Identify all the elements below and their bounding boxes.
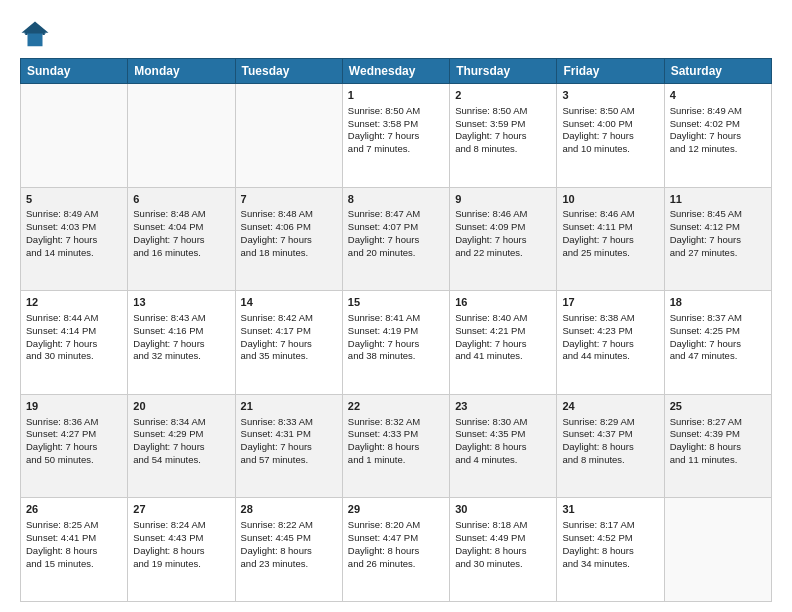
day-info-line: Daylight: 7 hours — [133, 338, 229, 351]
day-info-line: Daylight: 7 hours — [455, 130, 551, 143]
calendar-cell: 1Sunrise: 8:50 AMSunset: 3:58 PMDaylight… — [342, 84, 449, 188]
day-info-line: Sunset: 4:31 PM — [241, 428, 337, 441]
day-info-line: Sunrise: 8:34 AM — [133, 416, 229, 429]
day-number: 18 — [670, 295, 766, 310]
weekday-header-friday: Friday — [557, 59, 664, 84]
calendar-cell: 30Sunrise: 8:18 AMSunset: 4:49 PMDayligh… — [450, 498, 557, 602]
day-number: 16 — [455, 295, 551, 310]
day-info-line: and 8 minutes. — [455, 143, 551, 156]
calendar-cell: 3Sunrise: 8:50 AMSunset: 4:00 PMDaylight… — [557, 84, 664, 188]
calendar-cell — [21, 84, 128, 188]
day-info-line: Sunrise: 8:50 AM — [455, 105, 551, 118]
calendar-cell: 12Sunrise: 8:44 AMSunset: 4:14 PMDayligh… — [21, 291, 128, 395]
day-info-line: Sunrise: 8:42 AM — [241, 312, 337, 325]
calendar-cell: 29Sunrise: 8:20 AMSunset: 4:47 PMDayligh… — [342, 498, 449, 602]
day-info-line: Sunrise: 8:41 AM — [348, 312, 444, 325]
day-number: 10 — [562, 192, 658, 207]
day-info-line: Sunrise: 8:44 AM — [26, 312, 122, 325]
day-info-line: Sunrise: 8:47 AM — [348, 208, 444, 221]
day-info-line: Daylight: 7 hours — [670, 130, 766, 143]
day-info-line: Sunrise: 8:50 AM — [348, 105, 444, 118]
day-info-line: Sunset: 4:25 PM — [670, 325, 766, 338]
day-info-line: Sunset: 4:17 PM — [241, 325, 337, 338]
day-info-line: Sunrise: 8:48 AM — [133, 208, 229, 221]
day-info-line: Sunset: 4:19 PM — [348, 325, 444, 338]
day-number: 6 — [133, 192, 229, 207]
day-info-line: Daylight: 8 hours — [670, 441, 766, 454]
day-info-line: Sunset: 4:23 PM — [562, 325, 658, 338]
day-info-line: Sunset: 4:06 PM — [241, 221, 337, 234]
day-info-line: and 15 minutes. — [26, 558, 122, 571]
calendar-cell: 2Sunrise: 8:50 AMSunset: 3:59 PMDaylight… — [450, 84, 557, 188]
day-number: 17 — [562, 295, 658, 310]
calendar-cell: 19Sunrise: 8:36 AMSunset: 4:27 PMDayligh… — [21, 394, 128, 498]
calendar-cell: 22Sunrise: 8:32 AMSunset: 4:33 PMDayligh… — [342, 394, 449, 498]
day-number: 27 — [133, 502, 229, 517]
day-info-line: and 27 minutes. — [670, 247, 766, 260]
day-info-line: Sunrise: 8:24 AM — [133, 519, 229, 532]
day-info-line: Daylight: 8 hours — [455, 545, 551, 558]
day-number: 29 — [348, 502, 444, 517]
day-info-line: Sunset: 4:07 PM — [348, 221, 444, 234]
day-number: 19 — [26, 399, 122, 414]
day-number: 28 — [241, 502, 337, 517]
day-info-line: Sunrise: 8:22 AM — [241, 519, 337, 532]
day-info-line: and 19 minutes. — [133, 558, 229, 571]
day-info-line: Daylight: 7 hours — [133, 234, 229, 247]
calendar-cell: 26Sunrise: 8:25 AMSunset: 4:41 PMDayligh… — [21, 498, 128, 602]
calendar-cell: 21Sunrise: 8:33 AMSunset: 4:31 PMDayligh… — [235, 394, 342, 498]
day-number: 2 — [455, 88, 551, 103]
day-info-line: Sunrise: 8:33 AM — [241, 416, 337, 429]
day-info-line: Sunrise: 8:37 AM — [670, 312, 766, 325]
day-info-line: and 1 minute. — [348, 454, 444, 467]
day-info-line: Daylight: 7 hours — [670, 234, 766, 247]
day-info-line: Daylight: 7 hours — [241, 234, 337, 247]
day-number: 15 — [348, 295, 444, 310]
svg-marker-1 — [22, 22, 49, 36]
day-info-line: and 57 minutes. — [241, 454, 337, 467]
day-info-line: Daylight: 7 hours — [133, 441, 229, 454]
day-number: 23 — [455, 399, 551, 414]
day-info-line: Sunrise: 8:29 AM — [562, 416, 658, 429]
day-info-line: Daylight: 8 hours — [133, 545, 229, 558]
day-info-line: Daylight: 7 hours — [670, 338, 766, 351]
day-info-line: and 18 minutes. — [241, 247, 337, 260]
day-info-line: Sunrise: 8:18 AM — [455, 519, 551, 532]
calendar-cell: 18Sunrise: 8:37 AMSunset: 4:25 PMDayligh… — [664, 291, 771, 395]
day-number: 11 — [670, 192, 766, 207]
day-info-line: Sunset: 4:00 PM — [562, 118, 658, 131]
day-info-line: and 47 minutes. — [670, 350, 766, 363]
day-info-line: and 54 minutes. — [133, 454, 229, 467]
day-info-line: Daylight: 7 hours — [562, 338, 658, 351]
day-info-line: Daylight: 7 hours — [455, 338, 551, 351]
calendar-cell: 16Sunrise: 8:40 AMSunset: 4:21 PMDayligh… — [450, 291, 557, 395]
day-info-line: Daylight: 7 hours — [26, 234, 122, 247]
day-info-line: Sunset: 4:52 PM — [562, 532, 658, 545]
logo-icon — [20, 20, 50, 50]
day-info-line: Daylight: 7 hours — [26, 338, 122, 351]
day-number: 12 — [26, 295, 122, 310]
calendar-cell: 11Sunrise: 8:45 AMSunset: 4:12 PMDayligh… — [664, 187, 771, 291]
day-info-line: Daylight: 7 hours — [241, 338, 337, 351]
day-info-line: and 34 minutes. — [562, 558, 658, 571]
day-info-line: and 22 minutes. — [455, 247, 551, 260]
day-info-line: Sunrise: 8:46 AM — [455, 208, 551, 221]
day-number: 4 — [670, 88, 766, 103]
day-number: 30 — [455, 502, 551, 517]
calendar-cell: 7Sunrise: 8:48 AMSunset: 4:06 PMDaylight… — [235, 187, 342, 291]
calendar-cell: 20Sunrise: 8:34 AMSunset: 4:29 PMDayligh… — [128, 394, 235, 498]
day-info-line: and 38 minutes. — [348, 350, 444, 363]
day-info-line: Sunset: 4:09 PM — [455, 221, 551, 234]
day-info-line: Sunset: 4:21 PM — [455, 325, 551, 338]
calendar-cell — [128, 84, 235, 188]
day-info-line: Sunrise: 8:38 AM — [562, 312, 658, 325]
day-info-line: and 41 minutes. — [455, 350, 551, 363]
day-info-line: Sunrise: 8:30 AM — [455, 416, 551, 429]
day-info-line: Sunset: 4:04 PM — [133, 221, 229, 234]
calendar-week-row: 5Sunrise: 8:49 AMSunset: 4:03 PMDaylight… — [21, 187, 772, 291]
day-info-line: and 35 minutes. — [241, 350, 337, 363]
calendar-header-row: SundayMondayTuesdayWednesdayThursdayFrid… — [21, 59, 772, 84]
day-number: 3 — [562, 88, 658, 103]
day-info-line: Sunrise: 8:25 AM — [26, 519, 122, 532]
day-number: 20 — [133, 399, 229, 414]
